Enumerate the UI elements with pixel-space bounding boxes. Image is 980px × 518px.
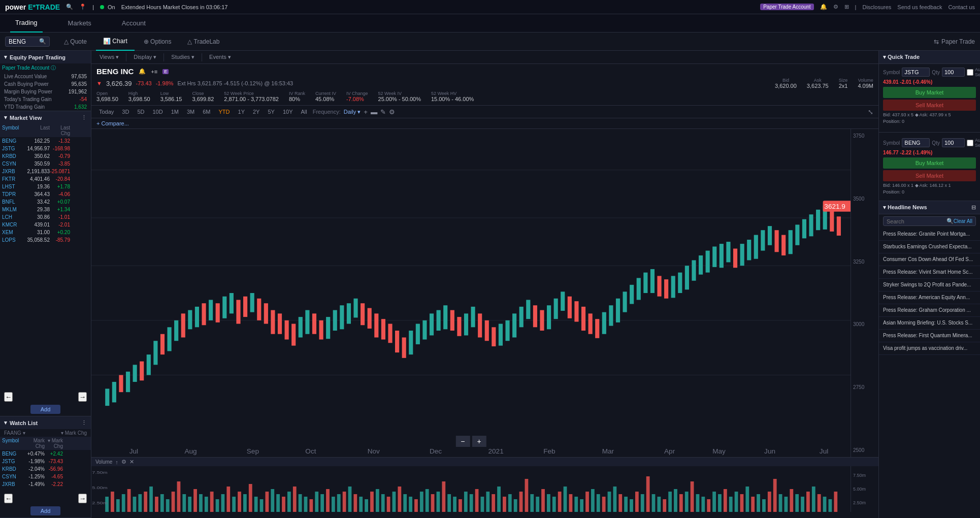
zoom-in-btn[interactable]: + <box>472 436 486 447</box>
period-3d[interactable]: 3D <box>119 108 132 116</box>
vol-close-btn[interactable]: ✕ <box>129 459 134 465</box>
period-ytd[interactable]: YTD <box>216 108 233 116</box>
views-btn[interactable]: Views ▾ <box>96 53 122 61</box>
nav-trading[interactable]: Trading <box>10 14 43 33</box>
add-watch-icon[interactable]: +≡ <box>151 69 157 75</box>
news-item[interactable]: Press Release: Graham Corporation ... <box>879 304 980 317</box>
news-search-input[interactable] <box>887 218 946 224</box>
watchlist-row[interactable]: JSTG-1.98%-73.43 <box>0 458 91 465</box>
settings-icon[interactable]: ⚙ <box>833 4 838 10</box>
watchlist-options-icon[interactable]: ⋮ <box>81 419 87 426</box>
news-clear-btn[interactable]: Clear All <box>954 218 972 224</box>
watchlist-row[interactable]: KRBD-2.04%-56.96 <box>0 465 91 473</box>
period-today[interactable]: Today <box>96 108 116 116</box>
equity-section-header[interactable]: ▾ Equity Paper Trading <box>0 51 91 63</box>
period-10y[interactable]: 10Y <box>280 108 296 116</box>
period-5d[interactable]: 5D <box>135 108 147 116</box>
vol-settings-btn[interactable]: ⚙ <box>121 459 126 465</box>
tab-tradelab[interactable]: △ TradeLab <box>180 33 226 51</box>
scroll-right-btn[interactable]: → <box>78 392 87 402</box>
market-view-row[interactable]: JXRB2,191.833-25.0871 <box>0 168 91 175</box>
market-view-row[interactable]: LOPS35,058.52-85.79 <box>0 236 91 244</box>
market-view-header[interactable]: ▾ Market View ⋮ <box>0 111 91 124</box>
market-view-options-icon[interactable]: ⋮ <box>81 114 87 121</box>
symbol-search-wrap[interactable]: 🔍 <box>5 37 50 47</box>
events-btn[interactable]: Events ▾ <box>206 53 234 61</box>
layout-icon[interactable]: ⊞ <box>844 4 849 10</box>
feedback-link[interactable]: Send us feedback <box>897 4 942 10</box>
period-2y[interactable]: 2Y <box>250 108 262 116</box>
display-btn[interactable]: Display ▾ <box>130 53 159 61</box>
qt-buy-btn1[interactable]: Buy Market <box>883 87 976 98</box>
market-view-row[interactable]: CSYN350.59-3.85 <box>0 160 91 168</box>
qt-sell-btn1[interactable]: Sell Market <box>883 100 976 111</box>
market-view-row[interactable]: KRBD350.62-0.79 <box>0 152 91 160</box>
news-expand-icon[interactable]: ⊟ <box>971 204 976 211</box>
chart-fullscreen-btn[interactable]: ⤡ <box>868 108 873 116</box>
market-view-row[interactable]: BENG162.25-1.32 <box>0 137 91 145</box>
market-view-row[interactable]: TDPR364.43-4.06 <box>0 190 91 198</box>
period-1m[interactable]: 1M <box>169 108 181 116</box>
news-item[interactable]: Press Release: Granite Point Mortga... <box>879 228 980 241</box>
market-view-row[interactable]: FKTR4,401.46-20.84 <box>0 175 91 183</box>
paper-trade-button[interactable]: ⇆ Paper Trade <box>934 38 975 45</box>
news-item[interactable]: Visa profit jumps as vaccination driv... <box>879 342 980 355</box>
nav-account[interactable]: Account <box>117 14 151 33</box>
news-item[interactable]: Press Release: First Quantum Minera... <box>879 330 980 342</box>
tab-chart[interactable]: 📊 Chart <box>96 33 135 51</box>
market-view-row[interactable]: LCH30.86-1.01 <box>0 213 91 221</box>
qt-symbol-input2[interactable] <box>902 138 930 147</box>
period-10d[interactable]: 10D <box>150 108 165 116</box>
news-item[interactable]: Starbucks Earnings Crushed Expecta... <box>879 241 980 253</box>
add-symbol-btn[interactable]: Add <box>30 405 61 414</box>
symbol-input[interactable] <box>9 38 39 45</box>
chart-compare-toggle-btn[interactable]: ▬ <box>371 108 377 116</box>
qt-autosend-checkbox2[interactable] <box>967 140 973 146</box>
tab-quote[interactable]: △ Quote <box>57 33 94 51</box>
watchlist-row[interactable]: BENG+0.47%+2.42 <box>0 450 91 458</box>
news-item[interactable]: Press Release: Vivint Smart Home Sc... <box>879 266 980 279</box>
market-view-row[interactable]: JSTG14,956.97-168.98 <box>0 145 91 152</box>
market-view-row[interactable]: KMCR439.01-2.01 <box>0 221 91 229</box>
news-item[interactable]: Press Release: American Equity Ann... <box>879 292 980 304</box>
contact-link[interactable]: Contact us <box>948 4 975 10</box>
period-all[interactable]: All <box>299 108 310 116</box>
wl-scroll-right-btn[interactable]: → <box>78 494 87 503</box>
qt-qty-input2[interactable] <box>942 138 965 147</box>
period-5y[interactable]: 5Y <box>265 108 277 116</box>
zoom-out-btn[interactable]: − <box>455 436 470 447</box>
bell-icon[interactable]: 🔔 <box>820 4 827 10</box>
qt-sell-btn2[interactable]: Sell Market <box>883 170 976 181</box>
wl-add-btn[interactable]: Add <box>30 506 61 515</box>
chart-area[interactable]: 3621.9 Jul Aug Sep Oct Nov Dec 2021 Feb … <box>91 129 851 457</box>
chart-settings-btn[interactable]: ⚙ <box>389 108 395 116</box>
period-3m[interactable]: 3M <box>184 108 197 116</box>
market-view-row[interactable]: MKLM29.38+1.34 <box>0 206 91 213</box>
scroll-left-btn[interactable]: ← <box>4 392 13 402</box>
qt-qty-input1[interactable] <box>942 68 965 77</box>
compare-btn[interactable]: + Compare... <box>96 120 129 126</box>
chart-draw-btn[interactable]: ✎ <box>380 108 386 116</box>
market-view-row[interactable]: LHST19.36+1.78 <box>0 183 91 190</box>
period-1y[interactable]: 1Y <box>236 108 247 116</box>
nav-markets[interactable]: Markets <box>63 14 96 33</box>
location-icon[interactable]: 📍 <box>79 4 86 10</box>
period-6m[interactable]: 6M <box>200 108 213 116</box>
vol-up-btn[interactable]: ↑ <box>115 459 118 465</box>
news-item[interactable]: Stryker Swings to 2Q Profit as Pande... <box>879 279 980 292</box>
watchlist-header[interactable]: ▾ Watch List ⋮ <box>0 416 91 429</box>
studies-btn[interactable]: Studies ▾ <box>168 53 198 61</box>
freq-value[interactable]: Daily ▾ <box>344 109 361 115</box>
qt-autosend-checkbox1[interactable] <box>967 69 973 76</box>
qt-symbol-input1[interactable] <box>902 68 930 77</box>
tab-options[interactable]: ⊕ Options <box>137 33 179 51</box>
watchlist-group[interactable]: FAANG ▾ ▾ Mark Chg <box>0 429 91 437</box>
alert-icon[interactable]: 🔔 <box>139 68 146 75</box>
chart-crosshair-btn[interactable]: + <box>364 108 368 116</box>
disclosures-link[interactable]: Disclosures <box>862 4 891 10</box>
paper-trade-account[interactable]: Paper Trade Account <box>760 4 813 10</box>
search-icon[interactable]: 🔍 <box>66 4 73 10</box>
news-item[interactable]: Consumer Cos Down Ahead Of Fed S... <box>879 253 980 266</box>
watchlist-row[interactable]: CSYN-1.25%-4.65 <box>0 473 91 480</box>
watchlist-row[interactable]: JXRB-1.49%-2.22 <box>0 480 91 488</box>
